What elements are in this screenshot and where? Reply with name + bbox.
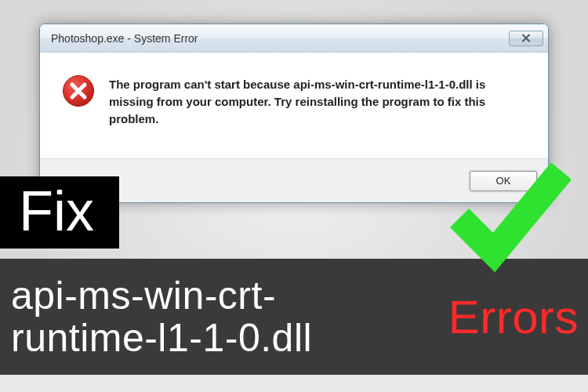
titlebar[interactable]: Photoshop.exe - System Error — [40, 24, 548, 53]
checkmark-icon — [445, 157, 571, 278]
close-button[interactable] — [509, 31, 543, 46]
errors-label: Errors — [448, 290, 579, 344]
error-message: The program can't start because api-ms-w… — [109, 74, 526, 127]
dll-filename: api-ms-win-crt-runtime-l1-1-0.dll — [11, 274, 442, 359]
dialog-body: The program can't start because api-ms-w… — [40, 53, 548, 158]
window-title: Photoshop.exe - System Error — [51, 32, 509, 45]
bottom-margin — [0, 375, 588, 392]
fix-label: Fix — [19, 180, 94, 242]
close-icon — [521, 34, 531, 42]
fix-badge: Fix — [0, 176, 119, 249]
error-icon — [62, 74, 95, 111]
